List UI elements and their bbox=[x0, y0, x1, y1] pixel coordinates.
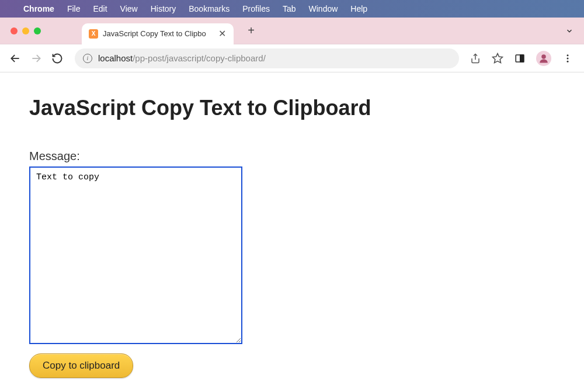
menubar-edit[interactable]: Edit bbox=[93, 4, 107, 13]
menubar-view[interactable]: View bbox=[120, 4, 138, 13]
forward-button[interactable] bbox=[29, 51, 43, 65]
menubar-help[interactable]: Help bbox=[350, 4, 367, 13]
svg-point-9 bbox=[567, 60, 569, 62]
message-label: Message: bbox=[29, 150, 555, 163]
chrome-menu-icon[interactable] bbox=[562, 53, 573, 64]
svg-marker-3 bbox=[493, 53, 503, 63]
tab-favicon-icon: X bbox=[89, 29, 98, 39]
tab-close-icon[interactable]: ✕ bbox=[217, 28, 227, 39]
tab-title: JavaScript Copy Text to Clipbo bbox=[103, 29, 213, 38]
toolbar-right bbox=[470, 51, 576, 66]
back-button[interactable] bbox=[8, 51, 22, 65]
profile-avatar-icon[interactable] bbox=[536, 51, 551, 66]
tab-strip: X JavaScript Copy Text to Clipbo ✕ + bbox=[0, 18, 584, 44]
menubar-file[interactable]: File bbox=[67, 4, 81, 13]
maximize-window-button[interactable] bbox=[34, 27, 41, 34]
svg-rect-5 bbox=[520, 55, 524, 62]
side-panel-icon[interactable] bbox=[514, 53, 526, 64]
menubar-app-name[interactable]: Chrome bbox=[23, 4, 54, 13]
url-path: /pp-post/javascript/copy-clipboard/ bbox=[133, 53, 266, 63]
window-controls bbox=[11, 27, 41, 34]
page-content: JavaScript Copy Text to Clipboard Messag… bbox=[0, 72, 584, 392]
browser-tab[interactable]: X JavaScript Copy Text to Clipbo ✕ bbox=[82, 23, 234, 44]
svg-point-6 bbox=[541, 54, 546, 59]
svg-point-8 bbox=[567, 57, 569, 59]
tabs-dropdown-icon[interactable] bbox=[565, 27, 573, 35]
menubar-bookmarks[interactable]: Bookmarks bbox=[189, 4, 230, 13]
url-host: localhost bbox=[98, 53, 133, 63]
new-tab-button[interactable]: + bbox=[243, 23, 259, 39]
menubar-tab[interactable]: Tab bbox=[283, 4, 296, 13]
browser-toolbar: i localhost/pp-post/javascript/copy-clip… bbox=[0, 44, 584, 72]
svg-point-7 bbox=[567, 54, 569, 56]
url-text: localhost/pp-post/javascript/copy-clipbo… bbox=[98, 53, 266, 63]
address-bar[interactable]: i localhost/pp-post/javascript/copy-clip… bbox=[75, 48, 459, 68]
copy-to-clipboard-button[interactable]: Copy to clipboard bbox=[29, 353, 133, 378]
menubar-profiles[interactable]: Profiles bbox=[242, 4, 270, 13]
share-icon[interactable] bbox=[470, 53, 481, 64]
close-window-button[interactable] bbox=[11, 27, 18, 34]
minimize-window-button[interactable] bbox=[22, 27, 29, 34]
macos-menubar: Chrome File Edit View History Bookmarks … bbox=[0, 0, 584, 18]
menubar-history[interactable]: History bbox=[151, 4, 176, 13]
reload-button[interactable] bbox=[50, 51, 64, 65]
page-heading: JavaScript Copy Text to Clipboard bbox=[29, 96, 555, 120]
message-textarea[interactable] bbox=[29, 166, 242, 344]
bookmark-star-icon[interactable] bbox=[492, 53, 503, 64]
menubar-window[interactable]: Window bbox=[309, 4, 338, 13]
site-info-icon[interactable]: i bbox=[83, 54, 92, 63]
